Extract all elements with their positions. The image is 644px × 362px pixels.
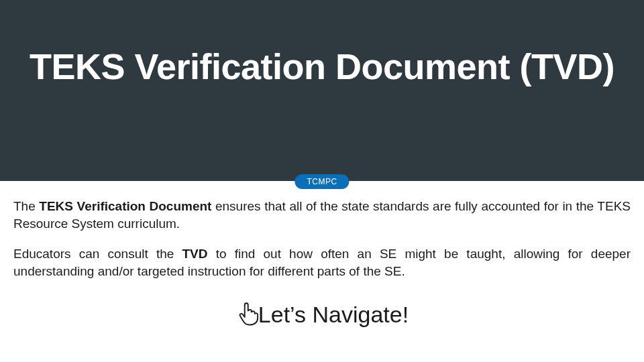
navigate-label: Let’s Navigate! (258, 302, 409, 328)
navigate-cta[interactable]: Let’s Navigate! (13, 299, 631, 331)
slide-title: TEKS Verification Document (TVD) (0, 46, 644, 87)
header-pill: TCMPC (294, 174, 349, 189)
paragraph-1: The TEKS Verification Document ensures t… (13, 198, 631, 232)
slide: TEKS Verification Document (TVD) TCMPC T… (0, 0, 644, 362)
paragraph-2: Educators can consult the TVD to find ou… (13, 245, 631, 280)
para2-prefix: Educators can consult the (13, 247, 182, 261)
para1-prefix: The (13, 199, 39, 213)
para1-bold: TEKS Verification Document (39, 199, 211, 213)
header-band: TEKS Verification Document (TVD) TCMPC (0, 0, 644, 181)
para2-bold: TVD (182, 247, 208, 261)
body-content: The TEKS Verification Document ensures t… (13, 198, 631, 331)
